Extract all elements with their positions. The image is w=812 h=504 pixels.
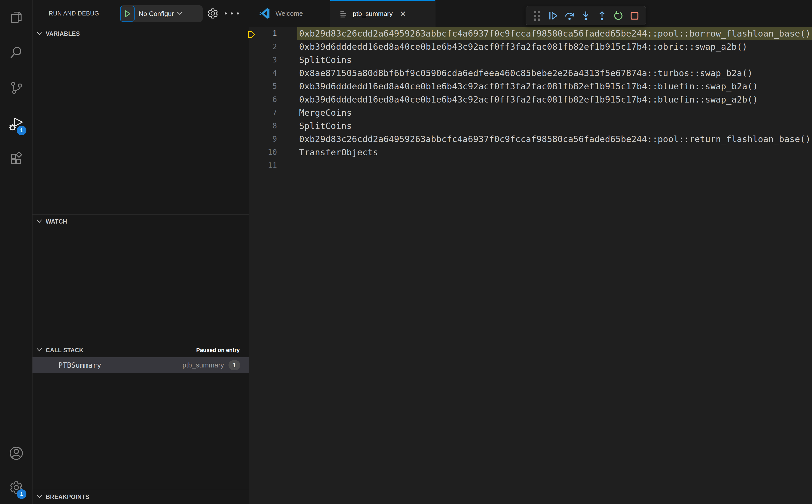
close-tab-icon[interactable]: ✕ [400,10,406,18]
debug-settings-gear-icon[interactable] [205,0,220,27]
code-text: TransferObjects [299,146,378,159]
chevron-down-icon [36,494,43,500]
line-number: 6 [249,93,277,106]
code-line[interactable]: 6 0xb39d6dddedd16ed8a40ce0b1e6b43c92acf0… [249,93,812,106]
variables-section-header[interactable]: VARIABLES [32,27,249,41]
extensions-icon[interactable] [0,145,32,173]
code-line[interactable]: 3 SplitCoins [249,53,812,66]
call-stack-section-header[interactable]: CALL STACK Paused on entry [32,343,249,357]
run-and-debug-icon[interactable]: 1 [0,110,32,138]
code-line[interactable]: 1 0xb29d83c26cdd2a64959263abbcfc4a6937f0… [249,27,812,40]
search-icon[interactable] [0,39,32,66]
restart-icon[interactable] [612,10,624,22]
settings-badge: 1 [17,489,26,499]
line-number: 9 [249,132,277,146]
step-into-icon[interactable] [580,10,592,22]
accounts-icon[interactable] [0,439,32,467]
debug-launch-control[interactable]: No Configur [120,5,203,22]
breakpoints-section-header[interactable]: BREAKPOINTS [32,490,249,504]
debug-badge: 1 [17,126,26,135]
code-line[interactable]: 9 0xb29d83c26cdd2a64959263abbcfc4a6937f0… [249,132,812,146]
line-number: 7 [249,106,277,119]
code-text: MergeCoins [299,106,352,119]
chevron-down-icon [36,219,43,225]
line-number: 5 [249,80,277,93]
code-text: 0xb29d83c26cdd2a64959263abbcfc4a6937f0c9… [299,132,811,146]
call-stack-frame-row[interactable]: PTBSummary ptb_summary 1 [32,357,249,373]
code-line[interactable]: 4 0x8ae871505a80d8bf6bf9c05906cda6edfeea… [249,66,812,80]
run-and-debug-sidebar: RUN AND DEBUG No Configur [32,0,249,504]
vscode-logo-icon [259,8,270,19]
code-text: 0xb39d6dddedd16ed8a40ce0b1e6b43c92acf0ff… [299,93,758,106]
code-text: 0xb29d83c26cdd2a64959263abbcfc4a6937f0c9… [299,27,811,40]
code-text: 0xb39d6dddedd16ed8a40ce0b1e6b43c92acf0ff… [299,80,758,93]
line-number: 8 [249,119,277,132]
code-text: 0xb39d6dddedd16ed8a40ce0b1e6b43c92acf0ff… [299,40,747,53]
debug-configuration-select[interactable]: No Configur [139,10,174,18]
frame-count-badge: 1 [228,360,240,370]
line-number: 4 [249,66,277,80]
line-number: 11 [249,159,277,172]
code-text: SplitCoins [299,53,352,66]
stop-icon[interactable] [628,10,641,22]
code-line[interactable]: 2 0xb39d6dddedd16ed8a40ce0b1e6b43c92acf0… [249,40,812,53]
frame-name: PTBSummary [58,361,101,369]
line-number: 10 [249,146,277,159]
source-control-icon[interactable] [0,74,32,102]
tab-ptb-summary[interactable]: ptb_summary ✕ [330,0,436,27]
code-line[interactable]: 8 SplitCoins [249,119,812,132]
sidebar-header: RUN AND DEBUG No Configur [32,0,249,27]
step-out-icon[interactable] [596,10,608,22]
code-text: SplitCoins [299,119,352,132]
explorer-icon[interactable] [0,3,32,31]
file-lines-icon [339,10,347,18]
chevron-down-icon [36,31,43,37]
debug-current-line-arrow-icon [247,29,256,42]
editor-group: Welcome ptb_summary ✕ [249,0,812,504]
tab-welcome[interactable]: Welcome [249,0,330,27]
step-over-icon[interactable] [564,10,576,22]
sidebar-title: RUN AND DEBUG [49,0,99,27]
paused-status-text: Paused on entry [196,347,240,354]
settings-gear-icon[interactable]: 1 [0,474,32,501]
continue-icon[interactable] [547,10,559,22]
chevron-down-icon [176,11,183,16]
more-actions-icon[interactable] [224,0,239,27]
start-debugging-button[interactable] [120,6,135,22]
code-line[interactable]: 5 0xb39d6dddedd16ed8a40ce0b1e6b43c92acf0… [249,80,812,93]
vscode-window: 1 1 RUN AND DEBUG [0,0,812,504]
activity-bar: 1 1 [0,0,32,504]
code-line[interactable]: 10 TransferObjects [249,146,812,159]
code-editor[interactable]: 1 0xb29d83c26cdd2a64959263abbcfc4a6937f0… [249,27,812,172]
chevron-down-icon [36,347,43,353]
frame-source-file: ptb_summary [182,361,224,369]
code-text: 0x8ae871505a80d8bf6bf9c05906cda6edfeea46… [299,66,753,80]
code-line[interactable]: 11 [249,159,812,172]
code-line[interactable]: 7 MergeCoins [249,106,812,119]
toolbar-drag-gripper[interactable] [531,10,543,22]
line-number: 3 [249,53,277,66]
debug-toolbar [526,6,646,25]
watch-section-header[interactable]: WATCH [32,214,249,228]
